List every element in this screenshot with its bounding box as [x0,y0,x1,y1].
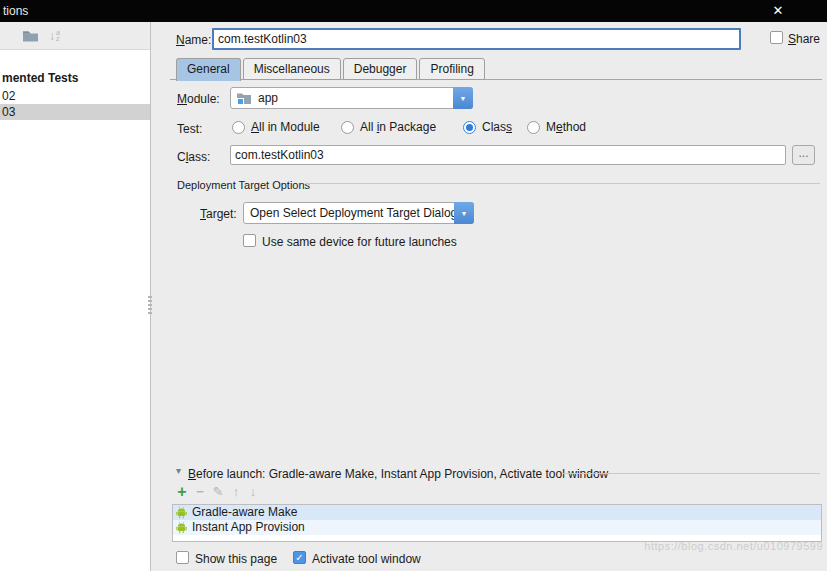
splitter-grip[interactable] [148,296,152,314]
sort-alphabetically-icon[interactable]: ↓ a z [49,29,60,43]
tree-item-config-02[interactable]: 02 [0,88,150,104]
radio-all-in-package[interactable]: All in Package [341,119,436,135]
radio-label: All in Package [360,120,436,134]
chevron-down-icon[interactable]: ▼ [453,87,473,109]
show-this-page-checkbox[interactable] [176,551,189,564]
tab-general[interactable]: General [176,58,241,81]
before-launch-task-list: Gradle-aware Make Instant App Provision [172,504,822,542]
name-input[interactable]: com.testKotlin03 [212,28,741,50]
dialog-title: tions [3,0,28,22]
target-label: Target: [200,206,237,222]
radio-class[interactable]: Class [463,119,512,135]
sidebar-toolbar: ↓ a z [0,22,150,50]
module-label: Module: [177,91,220,107]
edit-pencil-icon[interactable]: ✎ [210,484,226,500]
close-icon[interactable]: ✕ [766,0,790,22]
activate-tool-window-checkbox[interactable]: ✓ [293,551,306,564]
task-label: Gradle-aware Make [192,505,297,520]
config-tabs: General Miscellaneous Debugger Profiling [176,58,485,81]
csdn-watermark: https://blog.csdn.net/u010979599 [577,540,823,552]
show-this-page-label[interactable]: Show this page [195,551,277,567]
collapse-triangle-icon[interactable]: ▾ [176,465,181,476]
module-value: app [252,91,278,105]
task-label: Instant App Provision [192,520,305,535]
activate-tool-window-label[interactable]: Activate tool window [312,551,421,567]
radio-all-in-module[interactable]: All in Module [232,119,320,135]
add-icon[interactable]: + [174,484,190,500]
task-row-instant-app-provision[interactable]: Instant App Provision [173,520,821,535]
class-label: Class: [177,149,210,165]
tree-item-config-03[interactable]: 03 [0,104,150,120]
radio-circle[interactable] [341,121,354,134]
move-up-icon[interactable]: ↑ [228,484,244,500]
run-debug-configurations-dialog: tions ✕ ↓ a z mented Tests 02 03 Name: [0,0,827,571]
android-icon [176,521,187,534]
remove-icon[interactable]: − [192,484,208,500]
configurations-sidebar: ↓ a z mented Tests 02 03 [0,22,151,571]
folder-icon[interactable] [22,29,39,42]
radio-circle-selected[interactable] [463,121,476,134]
chevron-down-icon[interactable]: ▼ [454,202,474,224]
tab-debugger[interactable]: Debugger [343,58,418,80]
class-input[interactable]: com.testKotlin03 [230,145,786,165]
deployment-target-options-header: Deployment Target Options [177,177,310,193]
before-launch-header: Before launch: Gradle-aware Make, Instan… [188,466,608,482]
target-value: Open Select Deployment Target Dialog [244,206,457,220]
test-label: Test: [177,121,202,137]
radio-label: Method [546,120,586,134]
tab-profiling[interactable]: Profiling [419,58,484,80]
share-label[interactable]: Share [788,31,820,47]
use-same-device-checkbox[interactable] [243,234,256,247]
name-label: Name: [176,32,211,48]
task-row-gradle-aware-make[interactable]: Gradle-aware Make [173,505,821,520]
share-checkbox[interactable] [770,31,783,44]
module-dropdown[interactable]: app ▼ [230,87,473,109]
target-dropdown[interactable]: Open Select Deployment Target Dialog ▼ [243,202,474,224]
radio-circle[interactable] [232,121,245,134]
use-same-device-label[interactable]: Use same device for future launches [262,234,457,250]
android-icon [176,506,187,519]
radio-circle[interactable] [527,121,540,134]
radio-label: All in Module [251,120,320,134]
radio-label: Class [482,120,512,134]
section-divider [562,473,820,474]
section-divider [305,183,820,184]
browse-button[interactable]: ... [792,145,815,165]
dialog-titlebar: tions ✕ [0,0,827,22]
radio-method[interactable]: Method [527,119,586,135]
move-down-icon[interactable]: ↓ [245,484,261,500]
tab-miscellaneous[interactable]: Miscellaneous [243,58,341,80]
tree-group-instrumented-tests[interactable]: mented Tests [0,70,150,86]
module-icon [236,92,252,105]
